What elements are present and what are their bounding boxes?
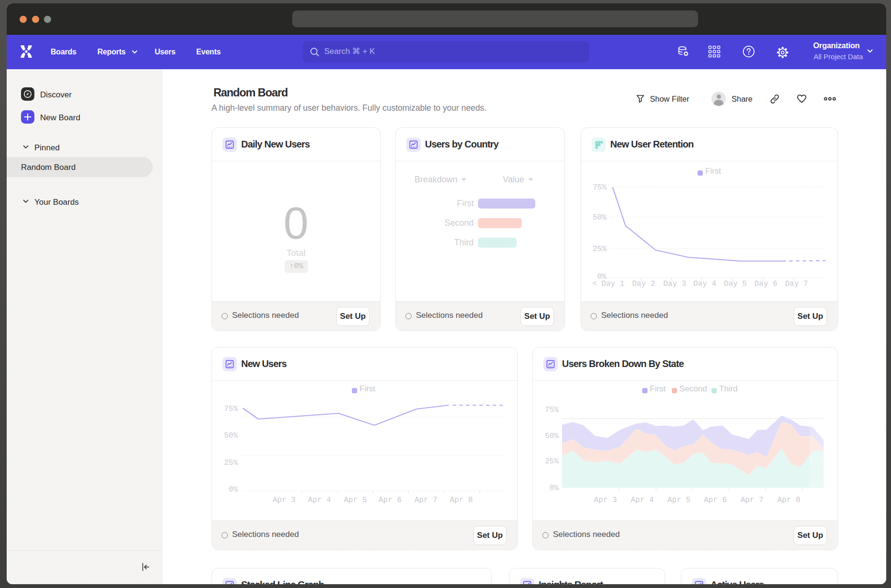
svg-text:Day 7: Day 7: [785, 280, 808, 288]
svg-text:0%: 0%: [550, 484, 559, 493]
svg-text:Apr 7: Apr 7: [414, 496, 437, 504]
svg-text:Day 3: Day 3: [663, 280, 686, 288]
svg-text:75%: 75%: [224, 405, 238, 413]
svg-text:Apr 8: Apr 8: [450, 496, 473, 504]
svg-text:Apr 8: Apr 8: [777, 496, 800, 504]
svg-text:Apr 6: Apr 6: [704, 496, 727, 504]
svg-text:Day 6: Day 6: [754, 280, 777, 288]
svg-text:75%: 75%: [593, 183, 606, 192]
svg-text:Apr 3: Apr 3: [594, 496, 617, 504]
svg-text:Apr 3: Apr 3: [273, 496, 296, 504]
svg-text:50%: 50%: [545, 432, 559, 441]
svg-text:25%: 25%: [224, 459, 238, 467]
svg-text:50%: 50%: [593, 213, 606, 222]
svg-text:Day 2: Day 2: [632, 280, 655, 288]
svg-text:50%: 50%: [224, 431, 238, 440]
svg-text:Apr 6: Apr 6: [379, 496, 402, 504]
svg-text:Apr 4: Apr 4: [631, 496, 654, 504]
svg-text:25%: 25%: [545, 457, 559, 466]
svg-text:Apr 5: Apr 5: [344, 496, 367, 504]
svg-text:Apr 4: Apr 4: [308, 496, 331, 504]
svg-text:75%: 75%: [545, 406, 559, 414]
svg-text:Day 4: Day 4: [693, 280, 716, 288]
svg-text:Day 5: Day 5: [724, 280, 747, 288]
svg-text:Apr 7: Apr 7: [741, 496, 764, 504]
svg-text:< Day 1: < Day 1: [592, 280, 624, 288]
svg-text:25%: 25%: [593, 245, 606, 253]
svg-text:0%: 0%: [229, 485, 238, 494]
svg-text:Apr 5: Apr 5: [668, 496, 690, 504]
